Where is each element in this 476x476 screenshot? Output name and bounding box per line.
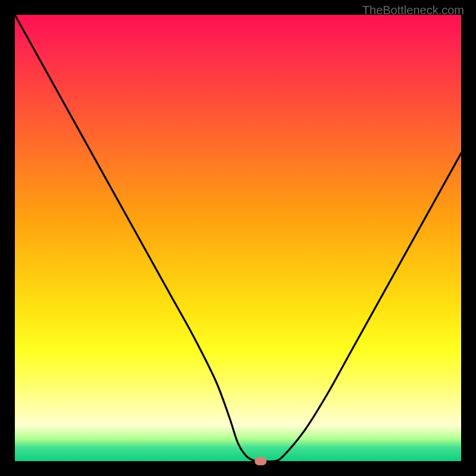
- watermark-text: TheBottleneck.com: [362, 4, 464, 17]
- chart-curve-svg: [15, 15, 461, 461]
- optimal-point-marker: [255, 457, 267, 465]
- bottleneck-curve-line: [15, 15, 461, 461]
- chart-plot-area: [15, 15, 461, 461]
